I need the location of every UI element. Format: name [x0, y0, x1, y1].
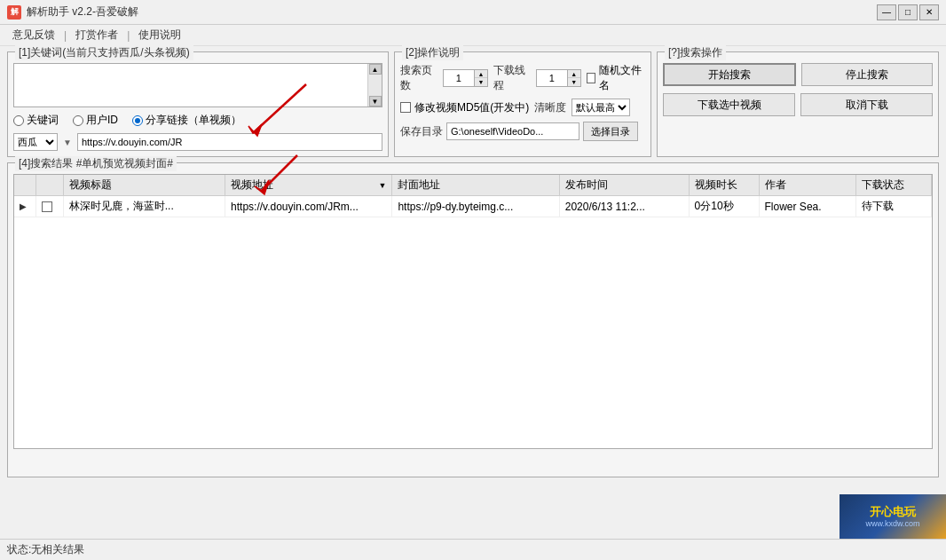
th-publish-time: 发布时间 — [559, 175, 689, 196]
save-dir-input[interactable] — [446, 122, 579, 140]
row-cover: https://p9-dy.byteimg.c... — [392, 196, 559, 217]
row-author: Flower Sea. — [759, 196, 855, 217]
search-options-row: 搜索页数 ▲ ▼ 下载线程 ▲ ▼ — [400, 63, 645, 93]
cancel-download-button[interactable]: 取消下载 — [800, 93, 933, 116]
radio-share-link[interactable]: 分享链接（单视频） — [132, 113, 241, 128]
operation-panel: [2]操作说明 搜索页数 ▲ ▼ 下载线程 ▲ ▼ — [394, 51, 651, 157]
search-pages-down[interactable]: ▼ — [475, 78, 487, 86]
search-panel: [?]搜索操作 开始搜索 停止搜索 下载选中视频 取消下载 — [657, 51, 939, 157]
results-table-container: 视频标题 视频地址 ▼ 封面地址 发布时间 — [13, 174, 933, 449]
status-value: 无相关结果 — [31, 542, 84, 557]
panels-top-row: [1]关键词(当前只支持西瓜/头条视频) ▲ ▼ 关键词 用户ID — [7, 51, 939, 157]
search-panel-title: [?]搜索操作 — [665, 45, 726, 60]
download-threads-arrows: ▲ ▼ — [568, 69, 581, 87]
md5-checkbox[interactable] — [400, 102, 411, 113]
results-panel-title: [4]搜索结果 #单机预览视频封面# — [15, 156, 177, 171]
md5-group[interactable]: 修改视频MD5值(开发中) — [400, 100, 529, 115]
th-indicator — [14, 175, 36, 196]
md5-label: 修改视频MD5值(开发中) — [414, 100, 529, 115]
table-header-row: 视频标题 视频地址 ▼ 封面地址 发布时间 — [14, 175, 932, 196]
url-filter-icon[interactable]: ▼ — [378, 181, 386, 190]
download-threads-input[interactable] — [536, 69, 568, 87]
random-filename-label: 随机文件名 — [599, 63, 645, 93]
status-label: 状态: — [7, 542, 31, 557]
th-checkbox — [36, 175, 63, 196]
th-duration: 视频时长 — [689, 175, 759, 196]
keywords-panel-title: [1]关键词(当前只支持西瓜/头条视频) — [15, 45, 193, 60]
quality-select[interactable]: 默认最高 — [572, 99, 630, 116]
search-pages-arrows: ▲ ▼ — [475, 69, 488, 87]
search-btn-row-1: 开始搜索 停止搜索 — [663, 63, 933, 86]
platform-select[interactable]: 西瓜 — [13, 133, 58, 151]
watermark-brand: 开心电玩 — [865, 505, 919, 519]
search-pages-label: 搜索页数 — [400, 63, 438, 93]
minimize-button[interactable]: — — [877, 4, 896, 20]
search-pages-input[interactable] — [443, 69, 475, 87]
start-search-button[interactable]: 开始搜索 — [663, 63, 796, 86]
radio-options-row: 关键词 用户ID 分享链接（单视频） — [13, 113, 382, 128]
select-dir-button[interactable]: 选择目录 — [583, 122, 638, 141]
table-row[interactable]: ▶ 林深时见鹿，海蓝时... https://v.douyin.com/JRm.… — [14, 196, 932, 217]
th-status: 下载状态 — [855, 175, 931, 196]
title-bar: 解 解析助手 v2.2-吾爱破解 — □ ✕ — [0, 0, 946, 25]
main-content: [1]关键词(当前只支持西瓜/头条视频) ▲ ▼ 关键词 用户ID — [0, 46, 946, 483]
radio-keyword[interactable]: 关键词 — [13, 113, 59, 128]
radio-share-link-label: 分享链接（单视频） — [146, 113, 241, 128]
app-icon: 解 — [7, 5, 21, 20]
url-input[interactable] — [77, 133, 382, 151]
status-bar: 状态: 无相关结果 — [0, 539, 946, 560]
watermark-url: www.kxdw.com — [865, 519, 919, 528]
download-selected-button[interactable]: 下载选中视频 — [663, 93, 795, 116]
download-threads-input-group: ▲ ▼ — [536, 69, 581, 87]
scroll-down[interactable]: ▼ — [369, 96, 382, 106]
keyword-scrollbar: ▲ ▼ — [367, 64, 382, 106]
download-threads-label: 下载线程 — [493, 63, 531, 93]
quality-label: 清晰度 — [534, 100, 566, 115]
radio-share-link-circle — [132, 115, 143, 126]
search-pages-input-group: ▲ ▼ — [443, 69, 488, 87]
download-threads-up[interactable]: ▲ — [568, 70, 580, 78]
title-bar-left: 解 解析助手 v2.2-吾爱破解 — [7, 4, 138, 20]
operation-panel-title: [2]操作说明 — [402, 45, 463, 60]
app-title: 解析助手 v2.2-吾爱破解 — [27, 4, 138, 20]
menu-bar: 意见反馈 | 打赏作者 | 使用说明 — [0, 25, 946, 46]
row-url: https://v.douyin.com/JRm... — [225, 196, 392, 217]
radio-keyword-circle — [13, 115, 24, 126]
row-publish-time: 2020/6/13 11:2... — [559, 196, 689, 217]
scroll-up[interactable]: ▲ — [369, 64, 382, 75]
radio-userid-circle — [73, 115, 83, 126]
platform-url-row: 西瓜 ▼ — [13, 133, 382, 151]
search-pages-up[interactable]: ▲ — [475, 70, 487, 78]
maximize-button[interactable]: □ — [898, 4, 918, 20]
results-table: 视频标题 视频地址 ▼ 封面地址 发布时间 — [14, 175, 932, 217]
random-filename-checkbox[interactable] — [587, 73, 596, 83]
radio-keyword-label: 关键词 — [27, 113, 59, 128]
platform-dropdown-arrow: ▼ — [63, 138, 72, 147]
download-threads-down[interactable]: ▼ — [568, 78, 580, 86]
keywords-panel: [1]关键词(当前只支持西瓜/头条视频) ▲ ▼ 关键词 用户ID — [7, 51, 389, 157]
row-title: 林深时见鹿，海蓝时... — [63, 196, 225, 217]
menu-donate[interactable]: 打赏作者 — [70, 26, 123, 44]
radio-userid[interactable]: 用户ID — [73, 113, 118, 128]
results-panel: [4]搜索结果 #单机预览视频封面# 视频标题 视频地址 ▼ — [7, 162, 939, 477]
watermark: 开心电玩 www.kxdw.com — [840, 494, 946, 539]
random-filename-group[interactable]: 随机文件名 — [587, 63, 645, 93]
search-btn-row-2: 下载选中视频 取消下载 — [663, 93, 933, 116]
row-checkbox[interactable] — [42, 201, 52, 212]
th-author: 作者 — [759, 175, 855, 196]
md5-quality-row: 修改视频MD5值(开发中) 清晰度 默认最高 — [400, 99, 645, 116]
menu-help[interactable]: 使用说明 — [133, 26, 186, 44]
save-dir-row: 保存目录 选择目录 — [400, 122, 645, 141]
th-cover: 封面地址 — [392, 175, 559, 196]
close-button[interactable]: ✕ — [919, 4, 939, 20]
stop-search-button[interactable]: 停止搜索 — [801, 63, 933, 86]
results-body: ▶ 林深时见鹿，海蓝时... https://v.douyin.com/JRm.… — [14, 196, 932, 217]
save-dir-label: 保存目录 — [400, 124, 443, 139]
row-status: 待下载 — [855, 196, 931, 217]
row-indicator: ▶ — [14, 196, 36, 217]
menu-feedback[interactable]: 意见反馈 — [7, 26, 60, 44]
keyword-input-area: ▲ ▼ — [13, 63, 382, 107]
radio-userid-label: 用户ID — [86, 113, 118, 128]
title-bar-buttons: — □ ✕ — [877, 4, 939, 20]
th-title: 视频标题 — [63, 175, 225, 196]
